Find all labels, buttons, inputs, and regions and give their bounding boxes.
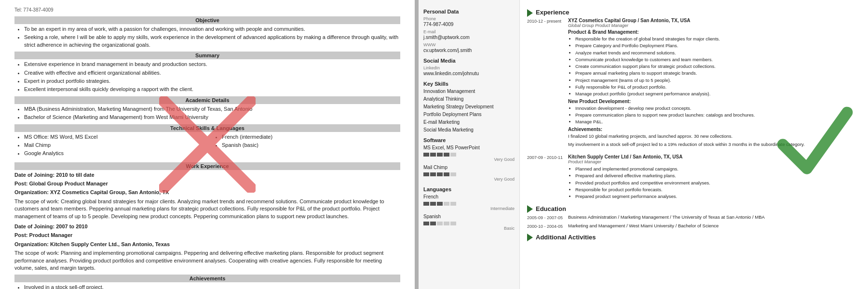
language-bar-block xyxy=(437,202,443,206)
work2-join: Date of Joining: 2007 to 2010 xyxy=(14,223,400,230)
summary-item-2: Creative with effective and efficient or… xyxy=(24,69,400,77)
exp-bullet: Prepare Category and Portfolio Deploymen… xyxy=(575,42,861,49)
academic-header: Academic Details xyxy=(14,96,400,104)
exp-header: 2010-12 - presentXYZ Cosmetics Capital G… xyxy=(527,18,861,149)
technical-left-list: MS Office: MS Word, MS Excel Mail Chimp … xyxy=(14,133,203,158)
skill-bar-block xyxy=(423,153,429,157)
work2-scope: The scope of work: Planning and implemen… xyxy=(14,250,400,272)
skill-bar-block xyxy=(450,172,456,176)
exp-bullet: Create communication support plans for s… xyxy=(575,63,861,69)
email-label: E-mail xyxy=(423,29,515,34)
right-sidebar: Personal Data Phone 774-987-4009 E-mail … xyxy=(419,0,520,289)
skill-item: E-mail Marketing xyxy=(423,119,515,125)
exp-subsection-title: Product & Brand Management: xyxy=(568,29,861,35)
summary-list: Extensive experience in brand management… xyxy=(14,61,400,93)
tech-right-1: French (intermediate) xyxy=(222,133,400,141)
exp-content: XYZ Cosmetics Capital Group / San Antoni… xyxy=(568,18,861,149)
summary-item-4: Excellent interpersonal skills quickly d… xyxy=(24,86,400,93)
achievements-label: Achievements: xyxy=(568,127,861,132)
skill-item: Innovation Management xyxy=(423,89,515,94)
software-list: MS Excel, MS PowerPointVery GoodMail Chi… xyxy=(423,145,515,182)
objective-header: Objective xyxy=(14,16,400,24)
skill-level: Very Good xyxy=(423,177,515,182)
technical-left-col: MS Office: MS Word, MS Excel Mail Chimp … xyxy=(14,133,203,159)
exp-bullet: Prepared product segment performance ana… xyxy=(575,193,861,199)
skill-bar-block xyxy=(423,172,429,176)
skill-bar-block xyxy=(437,172,443,176)
skill-bar-block xyxy=(430,172,436,176)
exp-bullet: Prepared and delivered effective marketi… xyxy=(575,172,861,179)
exp-bullet: Project management (teams of up to 5 peo… xyxy=(575,77,861,83)
exp-date: 2010-12 - present xyxy=(527,18,563,149)
exp-role: Product Manager xyxy=(568,159,861,164)
edu-date: 2000-10 - 2004-05 xyxy=(527,223,563,229)
technical-right-list: French (intermediate) Spanish (basic) xyxy=(212,133,400,149)
language-bar-block xyxy=(430,202,436,206)
exp-bullet: Prepare communication plans to support n… xyxy=(575,112,861,118)
skill-bar xyxy=(423,153,515,157)
experience-entry: 2007-09 - 2010-11Kitchen Supply Center L… xyxy=(527,154,861,200)
exp-bullet: Responsible for product portfolio foreca… xyxy=(575,186,861,193)
software-title: Software xyxy=(423,137,515,143)
linkedin-value: www.linkedin.com/johnutu xyxy=(423,71,515,76)
exp-bullet: Fully responsible for P&L of product por… xyxy=(575,84,861,90)
edu-content: Marketing and Management / West Miami Un… xyxy=(568,223,861,229)
language-bar-block xyxy=(430,222,436,225)
software-item: Mail ChimpVery Good xyxy=(423,165,515,182)
linkedin-label: LinkedIn xyxy=(423,66,515,70)
tech-left-3: Google Analytics xyxy=(24,150,203,157)
technical-right-col: French (intermediate) Spanish (basic) xyxy=(212,133,400,159)
exp-bullets: Innovation development - develop new pro… xyxy=(568,105,861,125)
experience-entries: 2010-12 - presentXYZ Cosmetics Capital G… xyxy=(527,18,861,200)
additional-arrow-icon xyxy=(527,234,533,241)
key-skills-title: Key Skills xyxy=(423,81,515,87)
tech-left-2: Mail Chimp xyxy=(24,142,203,149)
achievements-text2: My involvement in a stock sell-off proje… xyxy=(568,141,861,147)
skill-bar-block xyxy=(430,153,436,157)
work1-join: Date of Joining: 2010 to till date xyxy=(14,171,400,179)
exp-bullet: Provided product portfolios and competit… xyxy=(575,180,861,186)
exp-bullet: Responsible for the creation of global b… xyxy=(575,36,861,42)
exp-bullet: Prepare annual marketing plans to suppor… xyxy=(575,70,861,76)
exp-bullet: Planned and implemented promotional camp… xyxy=(575,166,861,172)
exp-bullet: Manage P&L. xyxy=(575,118,861,125)
objective-item-1: To be an expert in my area of work, with… xyxy=(24,26,400,33)
language-bar xyxy=(423,222,515,225)
tech-right-2: Spanish (basic) xyxy=(222,142,400,149)
exp-company: XYZ Cosmetics Capital Group / San Antoni… xyxy=(568,18,861,23)
skill-bar-block xyxy=(437,153,443,157)
exp-bullet: Communicate product knowledge to custome… xyxy=(575,56,861,63)
software-item: MS Excel, MS PowerPointVery Good xyxy=(423,145,515,162)
achievements-text: I finalized 10 global marketing projects… xyxy=(568,133,861,139)
personal-data-title: Personal Data xyxy=(423,9,515,14)
work1-scope: The scope of work: Creating global brand… xyxy=(14,198,400,220)
exp-content: Kitchen Supply Center Ltd / San Antonio,… xyxy=(568,154,861,200)
summary-header: Summary xyxy=(14,52,400,59)
exp-header: 2007-09 - 2010-11Kitchen Supply Center L… xyxy=(527,154,861,200)
exp-bullet: Manage product portfolio (product segmen… xyxy=(575,91,861,97)
achievement-1: Involved in a stock sell-off project. xyxy=(24,284,400,289)
language-bar-block xyxy=(444,202,449,206)
language-bar-block xyxy=(444,222,449,225)
skill-level: Very Good xyxy=(423,157,515,162)
language-bar-block xyxy=(450,202,456,206)
left-phone: Tel: 774-387-4009 xyxy=(14,5,400,13)
phone-label: Phone xyxy=(423,16,515,21)
skill-bar-block xyxy=(444,153,449,157)
experience-section-header: Experience xyxy=(527,9,861,17)
exp-bullets: Responsible for the creation of global b… xyxy=(568,36,861,97)
skill-item: Analytical Thinking xyxy=(423,96,515,102)
language-item: SpanishBasic xyxy=(423,214,515,231)
additional-section-header: Additional Activities xyxy=(527,234,861,242)
skill-bar xyxy=(423,172,515,176)
education-arrow-icon xyxy=(527,205,533,213)
languages-list: FrenchIntermediateSpanishBasic xyxy=(423,194,515,231)
exp-bullet: Innovation development - develop new pro… xyxy=(575,105,861,111)
summary-item-3: Expert in product portfolio strategies. xyxy=(24,78,400,85)
education-section-header: Education xyxy=(527,205,861,213)
left-resume-panel: Tel: 774-387-4009 Objective To be an exp… xyxy=(0,0,415,289)
additional-title: Additional Activities xyxy=(536,234,596,242)
experience-entry: 2010-12 - presentXYZ Cosmetics Capital G… xyxy=(527,18,861,149)
exp-subsection-title: New Product Development: xyxy=(568,99,861,104)
work-header: Work Experience xyxy=(14,162,400,170)
